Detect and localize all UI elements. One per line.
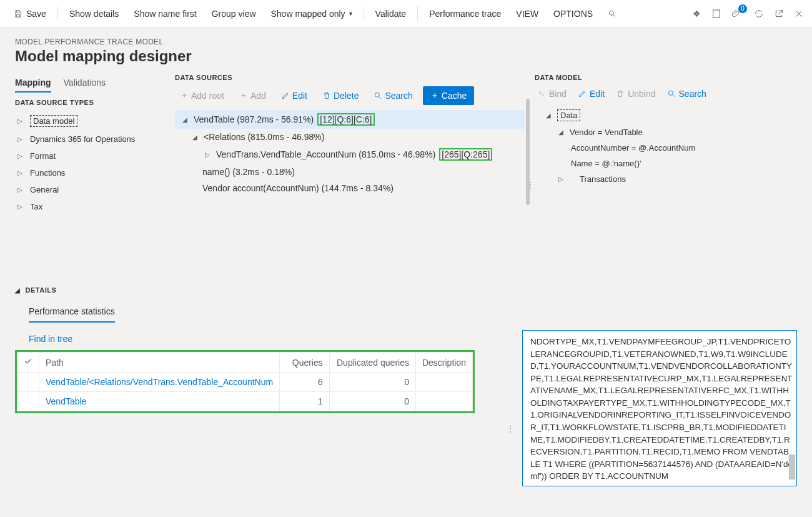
separator <box>417 6 418 21</box>
ds-type-data-model[interactable]: ▷Data model <box>15 111 165 131</box>
tree-node-vendor-account[interactable]: Vendor account(AccountNum) (144.7ms - 8.… <box>175 180 525 196</box>
details-header[interactable]: ◢ DETAILS <box>15 286 797 294</box>
data-sources-toolbar: ＋Add root ＋Add Edit Delete Search ＋ Cach… <box>175 86 525 105</box>
caret-right-icon: ▷ <box>17 169 25 176</box>
stats-panel: Find in tree Path Queries Duplicated que… <box>15 330 507 413</box>
add-root-button: ＋Add root <box>175 87 229 104</box>
tree-node-relations[interactable]: ◢ <Relations (815.0ms - 46.98%) <box>175 129 525 145</box>
caret-down-icon[interactable]: ◢ <box>558 129 566 136</box>
chevron-down-icon: ▾ <box>349 10 352 17</box>
caret-right-icon: ▷ <box>17 203 25 210</box>
cell-dup: 0 <box>329 373 415 392</box>
caret-right-icon: ▷ <box>17 186 25 193</box>
plus-icon: ＋ <box>180 90 189 101</box>
show-name-first-button[interactable]: Show name first <box>127 5 202 23</box>
svg-point-2 <box>375 93 380 97</box>
close-icon[interactable] <box>793 8 805 19</box>
attach-icon[interactable]: 0 <box>731 8 742 19</box>
col-description[interactable]: Description <box>415 353 472 373</box>
tab-mapping[interactable]: Mapping <box>15 74 51 93</box>
find-in-tree-link[interactable]: Find in tree <box>29 334 507 344</box>
caret-right-icon: ▷ <box>17 136 25 143</box>
sql-preview[interactable]: NDORTYPE_MX,T1.VENDPAYMFEEGROUP_JP,T1.VE… <box>522 330 797 486</box>
cell-path[interactable]: VendTable <box>39 392 280 411</box>
caret-right-icon: ▷ <box>17 118 25 124</box>
right-column: DATA MODEL Bind Edit Unbind Search <box>535 74 797 274</box>
cell-dup: 0 <box>329 392 415 411</box>
data-model-tree: ◢Data ◢Vendor = VendTable AccountNumber … <box>535 106 797 187</box>
splitter-handle[interactable]: ⋮ <box>506 424 515 434</box>
caret-right-icon[interactable]: ▷ <box>205 151 212 158</box>
svg-rect-1 <box>713 10 720 18</box>
tab-performance-statistics[interactable]: Performance statistics <box>29 301 115 323</box>
search-icon <box>374 91 382 100</box>
dm-node-name[interactable]: Name = @.'name()' <box>535 156 797 171</box>
ds-type-format[interactable]: ▷Format <box>15 148 165 164</box>
ds-type-general[interactable]: ▷General <box>15 181 165 198</box>
search-button[interactable] <box>602 6 623 22</box>
save-button[interactable]: Save <box>7 5 52 23</box>
cache-button[interactable]: ＋ Cache <box>423 86 474 105</box>
table-row[interactable]: VendTable/<Relations/VendTrans.VendTable… <box>17 373 473 392</box>
ds-type-functions[interactable]: ▷Functions <box>15 164 165 181</box>
stats-table-highlight: Path Queries Duplicated queries Descript… <box>15 350 475 413</box>
trash-icon <box>616 89 625 98</box>
details-section: ◢ DETAILS Performance statistics Find in… <box>15 286 797 486</box>
popout-icon[interactable] <box>773 8 785 19</box>
dm-edit-button[interactable]: Edit <box>575 86 607 101</box>
show-details-button[interactable]: Show details <box>63 5 125 23</box>
refresh-icon[interactable] <box>753 8 765 19</box>
validate-button[interactable]: Validate <box>369 5 413 23</box>
splitter-handle[interactable]: ⋮ <box>526 180 535 190</box>
bind-button: Bind <box>535 86 569 101</box>
pencil-icon <box>281 91 290 100</box>
connector-icon[interactable]: ❖ <box>691 8 702 19</box>
options-menu[interactable]: OPTIONS <box>547 5 599 23</box>
scrollbar[interactable] <box>789 454 795 479</box>
perf-badge-vendtrans: [265][Q:265] <box>439 148 492 161</box>
col-dup-queries[interactable]: Duplicated queries <box>329 353 415 373</box>
ds-search-button[interactable]: Search <box>369 88 417 104</box>
col-path[interactable]: Path <box>39 353 280 373</box>
caret-right-icon[interactable]: ▷ <box>558 176 566 183</box>
show-mapped-only-button[interactable]: Show mapped only ▾ <box>265 5 359 23</box>
tab-validations[interactable]: Validations <box>64 74 106 93</box>
tree-node-vendtable[interactable]: ◢ VendTable (987.2ms - 56.91%) [12][Q:6]… <box>175 110 525 129</box>
cell-desc <box>415 392 472 411</box>
office-icon[interactable] <box>711 8 722 19</box>
ds-type-tax[interactable]: ▷Tax <box>15 198 165 215</box>
dm-node-account[interactable]: AccountNumber = @.AccountNum <box>535 140 797 156</box>
dm-node-data[interactable]: ◢Data <box>535 106 797 124</box>
caret-down-icon[interactable]: ◢ <box>192 134 200 141</box>
caret-down-icon[interactable]: ◢ <box>182 116 190 123</box>
breadcrumb: MODEL PERFORMANCE TRACE MODEL <box>15 38 797 46</box>
dm-search-button[interactable]: Search <box>665 86 709 101</box>
attach-badge: 0 <box>738 4 747 13</box>
caret-down-icon[interactable]: ◢ <box>546 112 553 119</box>
page-title: Model mapping designer <box>15 48 797 65</box>
search-icon <box>608 9 616 18</box>
dm-node-vendor[interactable]: ◢Vendor = VendTable <box>535 124 797 140</box>
edit-button[interactable]: Edit <box>276 88 312 104</box>
separator <box>364 6 364 21</box>
data-model-label: DATA MODEL <box>535 74 797 81</box>
cell-path[interactable]: VendTable/<Relations/VendTrans.VendTable… <box>39 373 280 392</box>
svg-point-3 <box>668 91 673 95</box>
ds-type-d365[interactable]: ▷Dynamics 365 for Operations <box>15 131 165 148</box>
delete-button[interactable]: Delete <box>317 88 364 104</box>
col-select[interactable] <box>17 353 39 373</box>
tree-node-vendtrans[interactable]: ▷ VendTrans.VendTable_AccountNum (815.0m… <box>175 145 525 164</box>
view-menu[interactable]: VIEW <box>510 5 545 23</box>
group-view-button[interactable]: Group view <box>205 5 262 23</box>
performance-trace-button[interactable]: Performance trace <box>423 5 507 23</box>
col-queries[interactable]: Queries <box>280 353 330 373</box>
separator <box>57 6 58 21</box>
search-icon <box>667 89 676 98</box>
caret-down-icon: ◢ <box>15 287 21 294</box>
tree-node-name-fn[interactable]: name() (3.2ms - 0.18%) <box>175 164 525 180</box>
table-row[interactable]: VendTable 1 0 <box>17 392 473 411</box>
dm-node-transactions[interactable]: ▷Transactions <box>535 171 797 187</box>
table-header-row: Path Queries Duplicated queries Descript… <box>17 353 473 373</box>
left-tabs: Mapping Validations <box>15 74 165 93</box>
cell-desc <box>415 373 472 392</box>
